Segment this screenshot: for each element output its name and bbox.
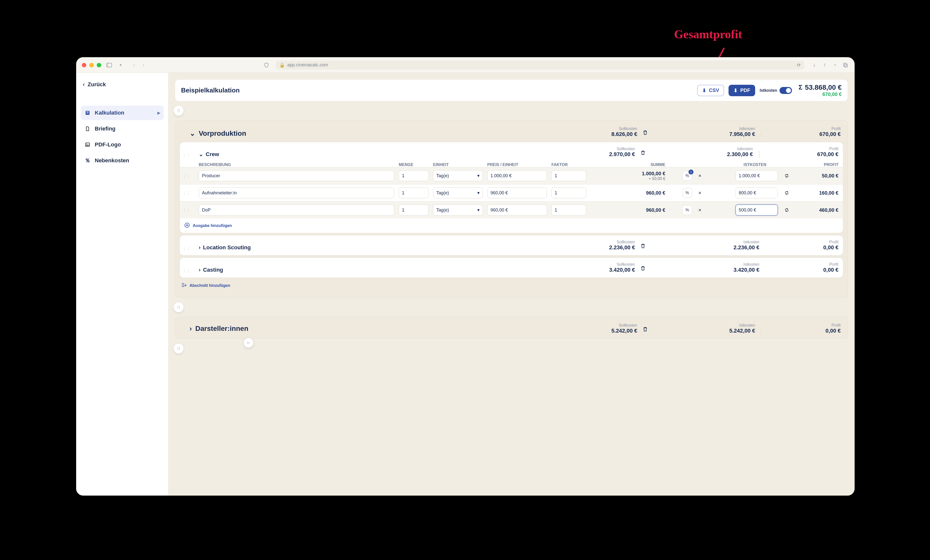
faktor-input[interactable]: 1 — [551, 187, 586, 198]
sidebar-item-pdf-logo[interactable]: PDF-Logo — [81, 137, 164, 152]
drag-icon[interactable]: ⋮⋮ — [182, 153, 194, 158]
drag-icon[interactable]: ⋮⋮ — [182, 191, 194, 195]
reader-reload-icon[interactable]: ⟳ — [797, 62, 801, 68]
share-icon[interactable]: ⇧ — [821, 61, 828, 69]
collapse-sidebar-button[interactable]: ← — [243, 338, 254, 348]
percent-button[interactable]: % — [682, 188, 692, 198]
sidebar-item-briefing[interactable]: Briefing — [81, 121, 164, 136]
back-button[interactable]: ‹ Zurück — [81, 79, 108, 90]
drag-icon[interactable]: ⋮⋮ — [182, 268, 194, 273]
sidebar-item-label: Briefing — [95, 126, 115, 132]
preis-input[interactable]: 1.000,00 € — [487, 170, 547, 181]
beschreibung-input[interactable]: Aufnahmeleiter:in — [199, 187, 394, 198]
remove-line-button[interactable]: ✕ — [695, 188, 705, 198]
svg-point-21 — [179, 306, 180, 307]
add-expense-button[interactable]: Ausgabe hinzufügen — [180, 218, 843, 233]
menge-input[interactable]: 1 — [399, 170, 428, 181]
phase-drag-handle[interactable] — [173, 302, 184, 313]
value: 960,00 € — [491, 190, 508, 196]
phase-darstellerinnen: › Darsteller:innen Sollkosten 5.242,00 € — [175, 317, 848, 339]
line-item: ⋮⋮ Producer 1 Tag(e) ▾ 1.000,00 € 1 1.00… — [180, 167, 843, 184]
faktor-input[interactable]: 1 — [551, 204, 586, 215]
trash-icon — [641, 265, 645, 271]
export-pdf-button[interactable]: ⬇ PDF — [728, 85, 755, 96]
value: 1 — [555, 207, 557, 213]
chevron-down-icon[interactable]: ▾ — [117, 61, 124, 69]
ist-input[interactable]: 500,00 € — [736, 204, 778, 215]
value-profit: 670,00 € — [817, 151, 838, 158]
toggle-switch[interactable] — [779, 87, 792, 94]
group-toggle[interactable]: › Casting — [199, 267, 534, 273]
label-profit: Profit — [831, 126, 841, 131]
delete-group-button[interactable] — [638, 241, 648, 251]
drag-icon[interactable]: ⋮⋮ — [182, 208, 194, 213]
sidebar-toggle-icon[interactable] — [106, 61, 113, 69]
drag-icon[interactable]: ⋮⋮ — [182, 246, 194, 251]
delete-group-button[interactable] — [638, 263, 648, 273]
value: 1 — [555, 173, 557, 178]
add-section-button[interactable]: Abschnitt hinzufügen — [181, 282, 842, 289]
preis-input[interactable]: 960,00 € — [487, 204, 547, 215]
minimize-window-button[interactable] — [89, 63, 94, 68]
value-sollkosten: 2.236,00 € — [609, 244, 635, 251]
value-istkosten: 5.242,00 € — [729, 328, 755, 334]
ist-input[interactable]: 1.000,00 € — [736, 170, 778, 181]
col-preis-einheit: PREIS / EINHEIT — [487, 163, 547, 167]
trash-icon — [643, 130, 648, 135]
einheit-select[interactable]: Tag(e) ▾ — [433, 204, 483, 215]
download-icon[interactable]: ⤓ — [811, 61, 818, 69]
col-menge: MENGE — [399, 163, 428, 167]
group-toggle[interactable]: ⌄ Crew — [199, 151, 534, 158]
sidebar-item-nebenkosten[interactable]: ％ Nebenkosten — [81, 153, 164, 168]
tabs-overview-icon[interactable] — [842, 61, 849, 69]
value-profit: 670,00 € — [819, 131, 841, 137]
svg-point-26 — [178, 349, 179, 350]
group-toggle[interactable]: › Location Scouting — [199, 244, 534, 251]
phase-drag-handle[interactable] — [173, 105, 184, 116]
remove-line-button[interactable]: ✕ — [695, 205, 705, 215]
phase-toggle[interactable]: ⌄ Vorproduktion — [189, 129, 536, 137]
close-window-button[interactable] — [82, 63, 86, 68]
privacy-shield-icon[interactable] — [263, 61, 270, 69]
export-csv-button[interactable]: ⬇ CSV — [697, 85, 724, 96]
chevron-right-icon: › — [199, 267, 200, 273]
url-bar[interactable]: 🔒 app.cinemacalc.com ⟳ — [276, 61, 804, 70]
beschreibung-input[interactable]: Producer — [199, 170, 394, 181]
phase-toggle[interactable]: › Darsteller:innen — [189, 325, 536, 333]
percent-button[interactable]: % — [682, 205, 692, 215]
svg-point-22 — [179, 307, 180, 308]
new-tab-icon[interactable]: ＋ — [831, 61, 838, 69]
ist-input[interactable]: 800,00 € — [736, 187, 778, 198]
sync-button[interactable] — [782, 205, 792, 215]
menge-input[interactable]: 1 — [399, 187, 428, 198]
sigma-icon: Σ — [798, 83, 802, 91]
page-title: Beispielkalkulation — [181, 86, 240, 94]
beschreibung-input[interactable]: DoP — [199, 204, 394, 215]
faktor-input[interactable]: 1 — [551, 170, 586, 181]
nav-forward-button[interactable]: › — [140, 61, 147, 69]
einheit-select[interactable]: Tag(e) ▾ — [433, 170, 483, 181]
nav-back-button[interactable]: ‹ — [131, 61, 137, 69]
menge-input[interactable]: 1 — [399, 204, 428, 215]
separator — [759, 150, 759, 158]
einheit-select[interactable]: Tag(e) ▾ — [433, 187, 483, 198]
sync-button[interactable] — [782, 188, 792, 198]
label-istkosten: Istkosten — [737, 147, 753, 151]
value-istkosten: 2.236,00 € — [733, 244, 759, 251]
caret-down-icon: ▾ — [477, 207, 480, 213]
chevron-left-icon: ‹ — [83, 81, 85, 88]
delete-group-button[interactable] — [638, 148, 648, 158]
remove-line-button[interactable]: ✕ — [695, 171, 705, 181]
maximize-window-button[interactable] — [97, 63, 101, 68]
percent-button[interactable]: % — [682, 171, 692, 181]
sync-button[interactable] — [782, 171, 792, 181]
sidebar-item-kalkulation[interactable]: Kalkulation ▸ — [81, 106, 164, 120]
istkosten-toggle[interactable]: Istkosten — [760, 87, 792, 94]
delete-phase-button[interactable] — [640, 127, 650, 137]
phase-drag-handle[interactable] — [173, 343, 184, 354]
preis-input[interactable]: 960,00 € — [487, 187, 547, 198]
drag-icon[interactable]: ⋮⋮ — [182, 173, 194, 178]
value-istkosten: 2.300,00 € — [727, 151, 753, 158]
summe-main: 960,00 € — [646, 190, 665, 196]
delete-phase-button[interactable] — [640, 324, 650, 334]
